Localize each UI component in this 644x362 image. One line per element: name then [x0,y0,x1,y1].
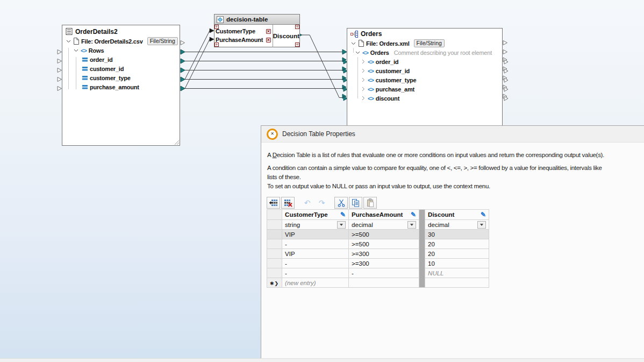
grid-cell[interactable]: - [349,268,419,278]
redo-button[interactable]: ↷ [315,197,328,209]
delete-row-button[interactable] [281,197,295,209]
grid-cell[interactable] [425,278,489,288]
row-header-cell[interactable] [267,268,282,278]
file-string-badge[interactable]: File/String [414,39,445,47]
tree-row-field[interactable]: <> customer_type [347,75,502,84]
grid-cell[interactable]: >=500 [349,239,419,249]
dropdown-button[interactable] [407,221,416,229]
grid-new-entry-row: ✱❯ (new entry) [267,278,489,288]
type-select-customertype[interactable]: string [282,220,349,230]
grid-cell[interactable]: >=300 [349,249,419,259]
remove-input-icon[interactable]: ✕ [266,29,271,34]
grid-cell[interactable]: VIP [282,230,349,239]
add-output-icon[interactable]: + [295,25,299,29]
tree-row-field[interactable]: <> order_id [347,57,502,66]
copy-button[interactable] [349,197,362,209]
grid-cell[interactable]: 30 [425,230,489,239]
file-string-badge[interactable]: File/String [147,37,178,45]
field-equals-icon [82,66,88,71]
tree-guide-line [357,57,358,98]
node-label: Rows [89,47,104,54]
tree-row-rows[interactable]: <> Rows [62,46,180,55]
column-header-purchaseamount[interactable]: ✎PurchaseAmount [349,210,419,220]
insert-row-button[interactable] [267,197,280,209]
chevron-down-icon[interactable] [351,41,356,46]
row-header-cell[interactable] [267,239,282,249]
chevron-down-icon[interactable] [66,39,71,44]
decision-input-row[interactable]: PurchaseAmount ✕ [214,36,273,44]
type-select-discount[interactable]: decimal [425,220,489,230]
grid-cell[interactable]: >=500 [349,230,419,239]
chevron-right-icon[interactable] [361,96,366,101]
decision-table-icon [217,16,224,23]
component-orderdetails2-titlebar[interactable]: OrderDetails2 [62,25,180,37]
decision-table-titlebar[interactable]: decision-table [214,15,299,25]
target-output-connectors[interactable] [503,41,508,101]
chevron-right-icon[interactable] [361,87,366,91]
chevron-right-icon[interactable] [361,59,366,64]
remove-input-icon[interactable]: ✕ [266,38,271,42]
grid-cell[interactable]: - [282,239,349,249]
node-label: customer_type [376,77,417,83]
source-input-connectors[interactable] [58,50,62,91]
add-input-icon[interactable]: + [214,42,219,47]
file-icon [358,40,364,47]
grid-cell[interactable]: - [282,268,349,278]
tree-row-field[interactable]: customer_type [62,73,180,82]
grid-cell[interactable]: >=300 [349,259,419,268]
grid-cell[interactable] [349,278,419,288]
paste-button[interactable] [363,197,377,209]
field-equals-icon [82,75,88,80]
row-header-cell[interactable] [267,259,282,268]
tree-row-field[interactable]: <> customer_id [347,66,502,75]
tree-row-field[interactable]: purchase_amount [62,82,180,91]
component-title: decision-table [226,16,268,23]
decision-table-properties-panel: ✕ Decision Table Properties A Decision T… [261,125,644,362]
edit-column-icon[interactable]: ✎ [411,211,416,218]
element-icon: <> [368,77,374,83]
grid-cell[interactable]: VIP [282,249,349,259]
panel-titlebar[interactable]: ✕ Decision Table Properties [261,126,644,143]
tree-row-field[interactable]: customer_id [62,64,180,73]
undo-button[interactable]: ↶ [300,197,314,209]
column-header-customertype[interactable]: ✎CustomerType [282,210,349,220]
tree-row-orders-root[interactable]: <> Orders Comment describing your root e… [347,48,502,57]
row-header-cell[interactable] [267,230,282,239]
tree-row-file[interactable]: File: OrderDetails2.csv File/String [62,37,180,46]
file-label: File: OrderDetails2.csv [81,38,143,45]
type-select-purchaseamount[interactable]: decimal [349,220,419,230]
tree-row-file[interactable]: File: Orders.xml File/String [347,39,502,48]
resize-grip-icon[interactable] [174,139,179,145]
cut-button[interactable] [334,197,348,209]
chevron-right-icon[interactable] [361,68,366,73]
edit-column-icon[interactable]: ✎ [481,211,486,218]
grid-cell[interactable]: 20 [425,249,489,259]
row-header-cell[interactable] [267,249,282,259]
grid-cell-null[interactable]: NULL [425,268,489,278]
component-decision-table[interactable]: decision-table CustomerType ✕ PurchaseAm… [214,14,300,47]
cut-scissors-icon [338,199,345,207]
dropdown-button[interactable] [477,221,486,229]
column-header-discount[interactable]: ✎Discount [425,210,489,220]
new-entry-marker-icon: ✱❯ [267,278,282,288]
chevron-down-icon[interactable] [74,48,78,53]
source-output-connectors[interactable] [181,41,185,91]
grid-cell[interactable]: 20 [425,239,489,249]
description-paragraph-2: A condition can contain a simple value t… [267,164,602,182]
tree-row-field[interactable]: <> discount [347,94,502,103]
decision-input-row[interactable]: CustomerType ✕ [214,27,273,36]
new-entry-cell[interactable]: (new entry) [282,278,349,288]
add-output-icon[interactable]: + [295,42,299,47]
component-orders-titlebar[interactable]: Orders [347,29,502,39]
add-input-icon[interactable]: + [214,25,219,29]
component-orders[interactable]: Orders File: Orders.xml File/String <> O… [347,28,503,125]
tree-row-field[interactable]: <> purchase_amt [347,84,502,94]
tree-row-field[interactable]: order_id [62,55,180,64]
component-orderdetails2[interactable]: OrderDetails2 File: OrderDetails2.csv Fi… [62,25,180,146]
edit-column-icon[interactable]: ✎ [340,211,346,218]
dropdown-button[interactable] [337,221,346,229]
grid-cell[interactable]: 10 [425,259,489,268]
grid-cell[interactable]: - [282,259,349,268]
chevron-down-icon[interactable] [355,50,360,55]
chevron-right-icon[interactable] [361,77,366,82]
